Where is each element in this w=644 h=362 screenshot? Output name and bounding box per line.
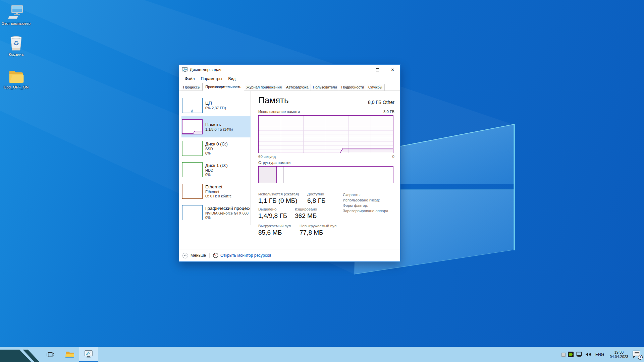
tab-performance[interactable]: Производительность bbox=[202, 83, 244, 91]
taskbar: ENG 19:30 04.04.2023 1 bbox=[0, 347, 644, 362]
folder-icon bbox=[0, 68, 32, 84]
task-view-button[interactable] bbox=[44, 347, 57, 362]
cpu-title: ЦП bbox=[205, 101, 250, 106]
clock-time: 19:30 bbox=[610, 350, 628, 355]
fewer-details-label: Меньше bbox=[191, 253, 206, 258]
file-explorer-button[interactable] bbox=[63, 347, 76, 362]
stat-paged-pool: Выгружаемый пул 85,6 МБ bbox=[258, 224, 291, 236]
ethernet-mini-graph bbox=[182, 184, 203, 199]
recycle-bin-icon: ♻ bbox=[0, 35, 32, 51]
memory-composition-bar[interactable] bbox=[258, 166, 393, 183]
task-manager-taskbar-button[interactable] bbox=[79, 347, 98, 362]
detail-slots-used: Использовано гнезд: bbox=[343, 197, 391, 203]
footer-divider bbox=[209, 253, 210, 258]
disk1-mini-graph bbox=[182, 162, 203, 177]
task-manager-app-icon bbox=[182, 67, 187, 72]
timeline-right-label: 0 bbox=[392, 155, 394, 159]
recycle-symbol: ♻ bbox=[13, 39, 19, 47]
footer-bar: Меньше Открыть монитор ресурсов bbox=[179, 249, 400, 261]
sidebar-item-disk0[interactable]: Диск 0 (C:) SSD 0% bbox=[181, 137, 251, 159]
tab-strip: Процессы Производительность Журнал прило… bbox=[179, 83, 400, 91]
chevron-up-circle-icon bbox=[182, 253, 188, 258]
resource-monitor-label: Открыть монитор ресурсов bbox=[220, 253, 271, 258]
tab-users[interactable]: Пользователи bbox=[311, 84, 339, 90]
disk0-title: Диск 0 (C:) bbox=[205, 141, 250, 146]
memory-panel: Память 8,0 ГБ Other Использование памяти… bbox=[258, 91, 395, 249]
disk0-usage: 0% bbox=[205, 151, 250, 155]
gpu-usage: 0% bbox=[205, 216, 250, 220]
memory-usage-line bbox=[259, 116, 393, 153]
gpu-mini-graph bbox=[182, 205, 203, 220]
memory-title: Память bbox=[205, 122, 250, 127]
menu-bar: Файл Параметры Вид bbox=[179, 75, 400, 83]
memory-mini-graph bbox=[182, 119, 203, 134]
composition-in-use-segment bbox=[259, 167, 277, 183]
file-explorer-icon bbox=[65, 351, 74, 358]
sidebar-item-ethernet[interactable]: Ethernet Ethernet О: 0 П: 0 кбит/с bbox=[181, 180, 251, 202]
tab-startup[interactable]: Автозагрузка bbox=[284, 84, 311, 90]
window-title: Диспетчер задач bbox=[190, 67, 355, 72]
memory-capacity: 8,0 ГБ Other bbox=[368, 100, 394, 105]
open-resource-monitor-link[interactable]: Открыть монитор ресурсов bbox=[213, 253, 271, 258]
tab-app-history[interactable]: Журнал приложений bbox=[244, 84, 284, 90]
desktop-icon-upd-folder[interactable]: Upd_OFF_ON bbox=[0, 68, 32, 89]
memory-usage-chart[interactable] bbox=[258, 115, 393, 153]
clock[interactable]: 19:30 04.04.2023 bbox=[608, 350, 630, 359]
stat-available: Доступно 6,8 ГБ bbox=[307, 192, 325, 204]
usage-chart-max: 8,0 ГБ bbox=[383, 110, 394, 114]
nvidia-tray-icon[interactable] bbox=[568, 352, 574, 357]
stat-in-use: Используется (сжатая) 1,1 ГБ (0 МБ) bbox=[258, 192, 299, 204]
sidebar-item-memory[interactable]: Память 1,1/8,0 ГБ (14%) bbox=[181, 116, 251, 137]
stat-non-paged-pool: Невыгружаемый пул 77,8 МБ bbox=[300, 224, 336, 236]
start-button[interactable] bbox=[0, 347, 44, 362]
sidebar-item-cpu[interactable]: ЦП 0% 2,37 ГГц bbox=[181, 95, 251, 116]
cpu-stats: 0% 2,37 ГГц bbox=[205, 106, 250, 110]
disk0-mini-graph bbox=[182, 141, 203, 156]
title-bar[interactable]: Диспетчер задач ✕ bbox=[179, 65, 400, 75]
this-pc-icon bbox=[0, 4, 32, 20]
disk1-type: HDD bbox=[205, 168, 250, 172]
volume-tray-icon[interactable] bbox=[585, 352, 592, 357]
stat-committed: Выделено 1,4/9,8 ГБ bbox=[258, 207, 287, 220]
language-indicator[interactable]: ENG bbox=[594, 352, 605, 357]
sidebar-item-gpu[interactable]: Графический процессор NVIDIA GeForce GTX… bbox=[181, 202, 251, 223]
hardware-details: Скорость: Использовано гнезд: Форм-факто… bbox=[343, 192, 391, 214]
desktop-icon-recycle-bin[interactable]: ♻ Корзина bbox=[0, 35, 32, 57]
maximize-button[interactable] bbox=[370, 65, 385, 75]
start-flag-icon bbox=[0, 347, 44, 362]
memory-stats: 1,1/8,0 ГБ (14%) bbox=[205, 127, 250, 131]
sidebar-item-disk1[interactable]: Диск 1 (D:) HDD 0% bbox=[181, 159, 251, 180]
ethernet-throughput: О: 0 П: 0 кбит/с bbox=[205, 194, 250, 198]
fewer-details-button[interactable]: Меньше bbox=[182, 253, 206, 258]
close-button[interactable]: ✕ bbox=[385, 65, 400, 75]
menu-view[interactable]: Вид bbox=[225, 75, 238, 82]
tab-processes[interactable]: Процессы bbox=[181, 84, 203, 90]
timeline-left-label: 60 секунд bbox=[258, 155, 276, 159]
action-center-button[interactable]: 1 bbox=[633, 350, 641, 359]
menu-file[interactable]: Файл bbox=[182, 75, 198, 82]
task-manager-window: Диспетчер задач ✕ Файл Параметры Вид Про… bbox=[179, 64, 400, 262]
desktop-icon-this-pc[interactable]: Этот компьютер bbox=[0, 4, 32, 26]
menu-options[interactable]: Параметры bbox=[198, 75, 225, 82]
memory-composition-label: Структура памяти bbox=[258, 161, 290, 165]
gpu-title: Графический процессор bbox=[205, 206, 250, 211]
desktop-icon-label: Этот компьютер bbox=[0, 21, 32, 26]
minimize-button[interactable] bbox=[355, 65, 370, 75]
detail-hardware-reserved: Зарезервировано аппара... bbox=[343, 208, 391, 214]
tab-services[interactable]: Службы bbox=[366, 84, 385, 90]
disk1-usage: 0% bbox=[205, 173, 250, 177]
usage-chart-label: Использование памяти bbox=[258, 110, 300, 114]
desktop-icon-label: Корзина bbox=[0, 52, 32, 57]
tab-details[interactable]: Подробности bbox=[339, 84, 366, 90]
task-manager-icon bbox=[85, 350, 93, 358]
disk1-title: Диск 1 (D:) bbox=[205, 163, 250, 168]
tray-app-icon[interactable] bbox=[561, 353, 566, 357]
task-view-icon bbox=[47, 351, 54, 358]
desktop-icon-label: Upd_OFF_ON bbox=[0, 85, 32, 89]
notification-badge: 1 bbox=[638, 355, 643, 360]
network-tray-icon[interactable] bbox=[576, 352, 583, 357]
performance-content: ЦП 0% 2,37 ГГц Память 1,1/8,0 ГБ (14%) bbox=[179, 91, 400, 249]
clock-date: 04.04.2023 bbox=[610, 355, 628, 359]
resource-monitor-icon bbox=[213, 253, 218, 258]
performance-sidebar: ЦП 0% 2,37 ГГц Память 1,1/8,0 ГБ (14%) bbox=[181, 95, 251, 223]
